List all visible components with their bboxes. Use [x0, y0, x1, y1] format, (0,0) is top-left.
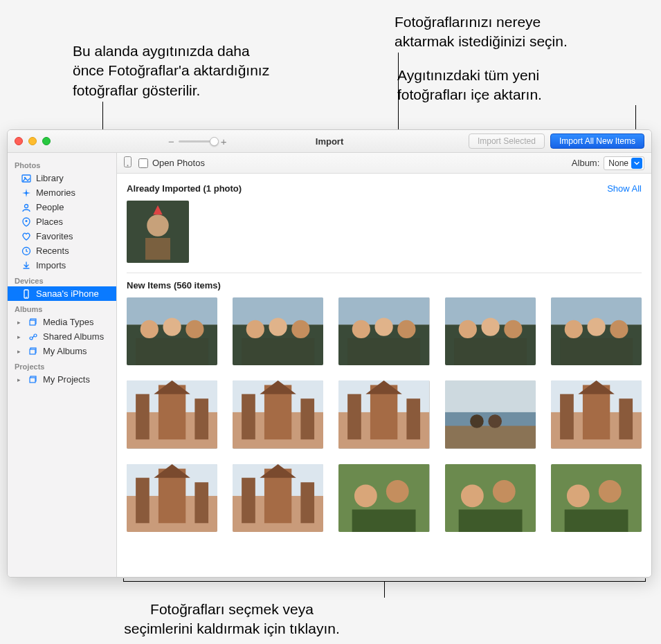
app-window: − + Import Import Selected Import All Ne… [7, 129, 652, 578]
svg-point-98 [492, 480, 515, 503]
svg-rect-12 [30, 349, 35, 354]
svg-point-2 [25, 204, 28, 208]
already-imported-heading: Already Imported (1 photo) [127, 183, 242, 194]
zoom-in-label[interactable]: + [221, 136, 227, 147]
sidebar-item-label: My Projects [43, 374, 90, 385]
sidebar-item-memories[interactable]: Memories [8, 185, 116, 200]
zoom-slider-knob[interactable] [210, 137, 219, 146]
sidebar-item-label: Sanaa's iPhone [36, 288, 99, 299]
svg-point-23 [141, 320, 159, 338]
svg-point-16 [127, 165, 129, 166]
svg-point-93 [354, 484, 377, 507]
fullscreen-window-button[interactable] [42, 137, 51, 145]
svg-rect-99 [458, 509, 522, 532]
photo-thumb[interactable] [551, 380, 642, 448]
sidebar-item-people[interactable]: People [8, 200, 116, 214]
svg-rect-88 [242, 477, 255, 523]
photo-thumb[interactable] [338, 380, 429, 448]
svg-point-30 [269, 318, 287, 336]
svg-point-102 [599, 480, 622, 503]
pin-icon [21, 217, 31, 227]
photo-thumb[interactable] [233, 380, 323, 448]
sidebar-item-media-types[interactable]: ▸Media Types [8, 315, 116, 329]
stack-icon [28, 318, 38, 327]
svg-rect-8 [30, 320, 35, 325]
phone-icon [21, 289, 31, 299]
main-pane: Open Photos Album: None Already Imported… [117, 153, 651, 577]
show-all-link[interactable]: Show All [607, 183, 642, 194]
svg-rect-14 [30, 378, 35, 383]
sidebar: Photos LibraryMemoriesPeoplePlacesFavori… [8, 153, 117, 577]
sidebar-item-sanaa-s-iphone[interactable]: Sanaa's iPhone [8, 286, 116, 301]
svg-point-18 [147, 214, 169, 237]
svg-point-25 [185, 320, 203, 338]
open-photos-checkbox[interactable] [138, 158, 148, 168]
svg-rect-44 [454, 338, 527, 365]
svg-point-94 [386, 480, 409, 503]
photo-thumb[interactable] [445, 297, 536, 365]
photo-thumb[interactable] [338, 297, 429, 365]
zoom-out-label[interactable]: − [168, 136, 174, 147]
titlebar: − + Import Import Selected Import All Ne… [8, 130, 651, 153]
svg-point-3 [26, 220, 28, 222]
sidebar-item-label: Media Types [43, 317, 93, 327]
svg-point-35 [352, 320, 370, 338]
zoom-slider[interactable] [179, 140, 217, 142]
chevron-right-icon: ▸ [17, 376, 21, 383]
sidebar-item-imports[interactable]: Imports [8, 258, 116, 273]
minimize-window-button[interactable] [28, 137, 37, 145]
photo-thumb[interactable] [127, 380, 217, 448]
sidebar-heading-devices: Devices [8, 273, 116, 286]
photo-thumb[interactable] [445, 380, 536, 448]
sidebar-item-my-projects[interactable]: ▸My Projects [8, 372, 116, 387]
import-all-button[interactable]: Import All New Items [550, 134, 644, 149]
svg-rect-26 [136, 338, 208, 365]
sidebar-item-places[interactable]: Places [8, 214, 116, 229]
photo-thumb[interactable] [551, 297, 642, 365]
import-selected-button[interactable]: Import Selected [469, 134, 545, 149]
sidebar-item-label: Shared Albums [43, 331, 104, 342]
photo-thumb[interactable] [127, 464, 217, 532]
already-imported-thumb[interactable] [127, 201, 189, 263]
photo-thumb[interactable] [445, 464, 536, 532]
sidebar-item-label: Places [36, 217, 63, 227]
svg-point-48 [587, 318, 605, 336]
callout-choose-destination: Fotoğraflarınızı nereye aktarmak istediğ… [395, 12, 651, 52]
sidebar-item-my-albums[interactable]: ▸My Albums [8, 344, 116, 358]
svg-rect-50 [560, 338, 633, 365]
stack-icon [28, 347, 38, 356]
chevron-right-icon: ▸ [17, 348, 21, 355]
photo-thumb[interactable] [233, 297, 323, 365]
callout-line [645, 578, 646, 582]
photo-thumb[interactable] [233, 464, 323, 532]
callout-import-all: Aygıtınızdaki tüm yeni fotoğrafları içe … [397, 66, 653, 105]
album-select[interactable]: None [604, 156, 644, 170]
svg-point-6 [26, 296, 26, 297]
svg-point-37 [398, 320, 416, 338]
svg-rect-91 [301, 482, 315, 523]
photo-thumb[interactable] [127, 297, 217, 365]
callout-already-imported: Bu alanda aygıtınızda daha önce Fotoğraf… [73, 42, 336, 100]
svg-rect-82 [136, 477, 150, 523]
svg-point-47 [564, 320, 582, 338]
svg-rect-38 [348, 338, 421, 365]
close-window-button[interactable] [15, 137, 23, 145]
stack-icon [28, 375, 38, 385]
photo-thumb[interactable] [338, 464, 429, 532]
photo-thumb[interactable] [551, 464, 642, 532]
subtoolbar: Open Photos Album: None [117, 153, 651, 174]
chevron-right-icon: ▸ [17, 333, 21, 340]
sidebar-item-recents[interactable]: Recents [8, 243, 116, 258]
svg-rect-68 [407, 399, 421, 440]
sidebar-item-favorites[interactable]: Favorites [8, 229, 116, 243]
svg-point-24 [163, 318, 181, 336]
sidebar-item-shared-albums[interactable]: ▸Shared Albums [8, 329, 116, 344]
download-icon [21, 261, 31, 270]
person-icon [21, 203, 31, 212]
svg-rect-59 [242, 394, 255, 440]
svg-rect-76 [560, 394, 574, 440]
sidebar-heading-photos: Photos [8, 157, 116, 171]
sidebar-item-label: Library [36, 173, 64, 183]
sidebar-item-library[interactable]: Library [8, 171, 116, 185]
content-area: Already Imported (1 photo) Show All New … [117, 174, 651, 577]
